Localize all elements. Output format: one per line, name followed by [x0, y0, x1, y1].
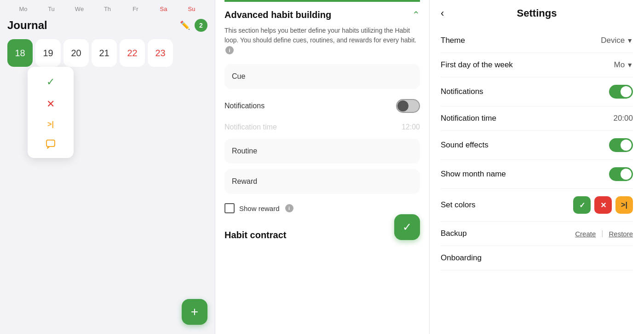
date-18[interactable]: 18: [7, 39, 33, 67]
backup-row: Backup Create | Restore: [441, 222, 633, 246]
theme-label: Theme: [441, 36, 465, 45]
journal-row: Journal ✏️ 2: [7, 19, 207, 32]
set-colors-label: Set colors: [441, 200, 476, 210]
color-buttons: ✓ ✕ >|: [573, 196, 633, 214]
first-day-dropdown[interactable]: Mo ▼: [614, 60, 633, 70]
sound-effects-row: Sound effects: [441, 131, 633, 160]
first-day-value: Mo: [614, 60, 625, 70]
date-19[interactable]: 19: [35, 39, 61, 67]
notif-time-row: Notification time 12:00: [224, 119, 420, 135]
notifications-settings-label: Notifications: [441, 87, 483, 96]
popup-menu: ✓ ✕ >|: [28, 67, 74, 158]
cue-field[interactable]: Cue: [224, 64, 420, 89]
color-btn-red[interactable]: ✕: [594, 196, 612, 214]
panel-middle: Advanced habit building ⌃ This section h…: [215, 0, 430, 334]
cue-label: Cue: [232, 72, 245, 80]
first-day-arrow-icon: ▼: [627, 61, 633, 69]
show-month-label: Show month name: [441, 170, 506, 179]
day-sa: Sa: [152, 6, 175, 12]
notif-time-settings-label: Notification time: [441, 114, 496, 123]
backup-create-link[interactable]: Create: [575, 230, 596, 238]
progress-bar: [224, 0, 420, 2]
sound-effects-label: Sound effects: [441, 141, 489, 150]
section-header: Advanced habit building ⌃: [224, 9, 420, 20]
onboarding-row: Onboarding: [441, 246, 633, 270]
reward-field[interactable]: Reward: [224, 169, 420, 194]
journal-badge: 2: [195, 19, 207, 32]
habit-contract-title: Habit contract: [224, 223, 286, 240]
show-reward-info-icon[interactable]: i: [285, 204, 293, 212]
add-fab[interactable]: +: [182, 299, 207, 325]
set-colors-row: Set colors ✓ ✕ >|: [441, 189, 633, 222]
sound-effects-toggle[interactable]: [609, 138, 633, 152]
color-btn-green[interactable]: ✓: [573, 196, 591, 214]
day-mo: Mo: [12, 6, 35, 12]
first-day-row: First day of the week Mo ▼: [441, 53, 633, 77]
show-reward-checkbox[interactable]: [224, 203, 235, 213]
onboarding-label: Onboarding: [441, 253, 482, 263]
date-21[interactable]: 21: [92, 39, 117, 67]
section-title: Advanced habit building: [224, 10, 331, 20]
panel-right: ‹ Settings Theme Device ▼ First day of t…: [430, 0, 644, 334]
notif-time-value: 12:00: [402, 123, 420, 131]
day-header: Mo Tu We Th Fr Sa Su: [7, 6, 207, 12]
popup-note[interactable]: [28, 134, 74, 153]
theme-arrow-icon: ▼: [627, 37, 633, 44]
backup-label: Backup: [441, 229, 467, 238]
notifications-settings-toggle[interactable]: [609, 85, 633, 99]
backup-restore-link[interactable]: Restore: [609, 230, 633, 238]
journal-actions: ✏️ 2: [180, 19, 207, 32]
date-23[interactable]: 23: [148, 39, 173, 67]
date-row: 18 19 20 21 22 23: [7, 39, 207, 67]
journal-title: Journal: [7, 19, 47, 32]
backup-actions: Create | Restore: [575, 229, 633, 238]
show-reward-row: Show reward i: [224, 199, 420, 217]
settings-header: ‹ Settings: [441, 0, 633, 29]
show-month-toggle[interactable]: [609, 167, 633, 181]
popup-cross[interactable]: ✕: [28, 94, 74, 115]
theme-value: Device: [601, 36, 625, 45]
day-tu: Tu: [40, 6, 63, 12]
day-we: We: [68, 6, 91, 12]
edit-icon[interactable]: ✏️: [180, 20, 190, 30]
settings-title: Settings: [517, 7, 557, 19]
day-fr: Fr: [124, 6, 147, 12]
date-20[interactable]: 20: [63, 39, 89, 67]
svg-rect-0: [46, 140, 55, 146]
reward-label: Reward: [232, 177, 257, 185]
day-th: Th: [96, 6, 119, 12]
chevron-up-icon[interactable]: ⌃: [412, 9, 420, 20]
day-su: Su: [180, 6, 203, 12]
routine-label: Routine: [232, 147, 257, 155]
notifications-settings-row: Notifications: [441, 77, 633, 106]
backup-divider: |: [601, 229, 603, 238]
save-fab[interactable]: ✓: [394, 214, 420, 240]
date-22[interactable]: 22: [120, 39, 145, 67]
routine-field[interactable]: Routine: [224, 139, 420, 164]
show-month-row: Show month name: [441, 160, 633, 189]
theme-row: Theme Device ▼: [441, 29, 633, 53]
section-desc: This section helps you better define you…: [224, 26, 420, 55]
notif-time-settings-value: 20:00: [613, 114, 633, 123]
show-reward-label: Show reward: [239, 205, 280, 212]
color-btn-yellow[interactable]: >|: [615, 196, 633, 214]
notifications-row: Notifications: [224, 94, 420, 117]
first-day-label: First day of the week: [441, 60, 513, 70]
panel-left: Mo Tu We Th Fr Sa Su Journal ✏️ 2 18 19 …: [0, 0, 215, 334]
popup-skip[interactable]: >|: [28, 116, 74, 133]
notif-time-settings-row: Notification time 20:00: [441, 106, 633, 131]
theme-dropdown[interactable]: Device ▼: [601, 36, 633, 45]
notifications-toggle[interactable]: [396, 99, 420, 113]
popup-check[interactable]: ✓: [28, 71, 74, 93]
notifications-label: Notifications: [224, 102, 264, 110]
info-icon[interactable]: i: [225, 46, 234, 54]
notif-time-label: Notification time: [224, 123, 277, 131]
back-button[interactable]: ‹: [441, 7, 444, 19]
